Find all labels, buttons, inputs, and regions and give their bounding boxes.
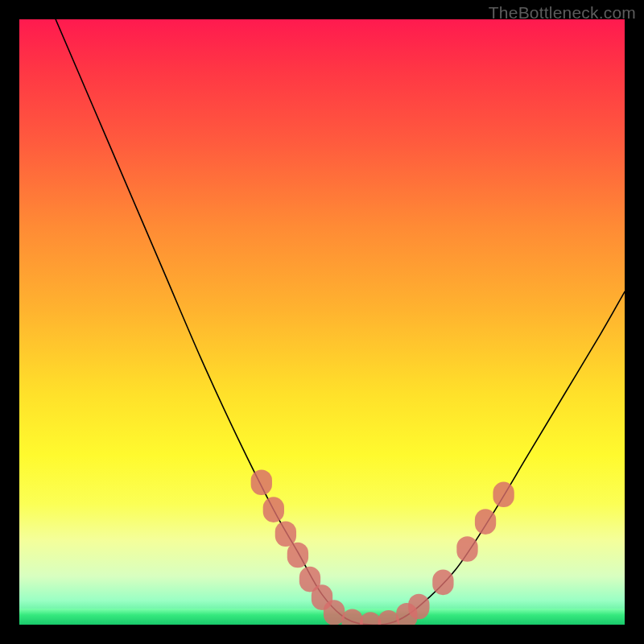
curve-marker: [251, 469, 272, 495]
curve-marker: [341, 609, 362, 625]
curve-marker: [475, 509, 496, 535]
curve-marker: [456, 536, 477, 562]
curve-marker: [275, 521, 296, 547]
watermark-text: TheBottleneck.com: [489, 3, 636, 23]
curve-marker: [324, 600, 345, 625]
curve-marker: [408, 594, 429, 620]
curve-marker: [287, 543, 308, 568]
curve-marker: [378, 610, 399, 625]
curve-marker: [432, 570, 453, 596]
markers-group: [251, 469, 514, 625]
bottleneck-curve: [56, 19, 625, 625]
curve-group: [56, 19, 625, 625]
chart-svg: [19, 19, 625, 625]
curve-marker: [263, 497, 284, 522]
curve-marker: [493, 482, 514, 508]
chart-plot-area: [19, 19, 625, 625]
curve-marker: [360, 612, 381, 625]
